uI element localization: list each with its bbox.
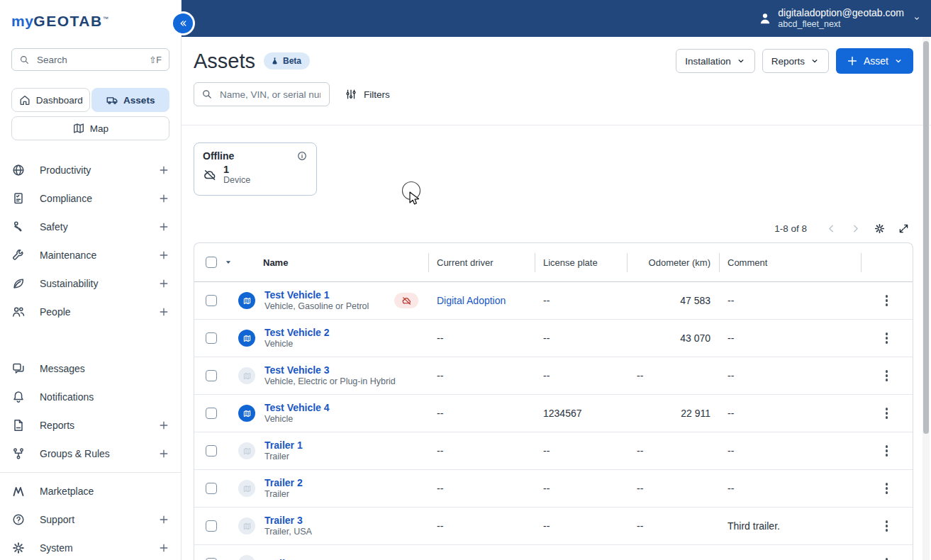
installation-label: Installation <box>685 56 731 67</box>
sidebar-item-compliance[interactable]: Compliance <box>0 184 181 213</box>
row-actions-kebab-menu[interactable] <box>881 554 893 560</box>
map-icon <box>72 122 85 135</box>
asset-name-link[interactable]: Trailer 3 <box>264 515 312 526</box>
logo-trademark: ™ <box>103 16 109 22</box>
expand-plus-icon[interactable] <box>158 278 169 289</box>
asset-search-input[interactable] <box>218 89 322 101</box>
column-header-odometer[interactable]: Odometer (km) <box>627 243 719 281</box>
installation-button[interactable]: Installation <box>676 49 755 73</box>
asset-type-subtitle: Trailer <box>264 452 303 462</box>
row-actions-kebab-menu[interactable] <box>881 403 893 423</box>
filters-button[interactable]: Filters <box>345 88 390 101</box>
expand-plus-icon[interactable] <box>158 306 169 318</box>
sidebar-item-safety[interactable]: Safety <box>0 213 181 241</box>
expand-table-button[interactable] <box>893 218 913 238</box>
offline-card-title: Offline <box>203 150 234 162</box>
sidebar-divider <box>0 472 181 473</box>
expand-plus-icon[interactable] <box>158 448 169 459</box>
asset-map-icon-inactive <box>238 442 255 459</box>
column-header-license[interactable]: License plate <box>535 243 627 281</box>
header-actions: Installation Reports Asset <box>676 48 913 74</box>
select-all-checkbox[interactable] <box>206 257 217 268</box>
sidebar-item-messages[interactable]: Messages <box>0 354 181 383</box>
row-checkbox[interactable] <box>206 520 217 532</box>
row-actions-kebab-menu[interactable] <box>881 478 893 498</box>
double-chevron-left-icon <box>178 18 188 28</box>
current-driver-cell[interactable]: Digital Adoption <box>428 295 535 306</box>
asset-name-link[interactable]: Trailer 2 <box>264 477 303 488</box>
current-driver-cell: -- <box>428 332 535 344</box>
table-header: Name Current driver License plate Odomet… <box>194 243 913 282</box>
sidebar-item-notifications[interactable]: Notifications <box>0 383 181 411</box>
plus-icon <box>846 55 859 67</box>
row-checkbox[interactable] <box>206 445 217 457</box>
sidebar-item-map[interactable]: Map <box>11 116 169 140</box>
license-plate-cell: -- <box>535 295 627 306</box>
row-actions-kebab-menu[interactable] <box>881 291 893 310</box>
sidebar-item-dashboard[interactable]: Dashboard <box>11 88 90 112</box>
sidebar-item-productivity[interactable]: Productivity <box>0 156 181 184</box>
column-header-comment[interactable]: Comment <box>719 243 861 281</box>
expand-plus-icon[interactable] <box>158 514 169 525</box>
person-icon <box>758 11 772 26</box>
sidebar-item-assets[interactable]: Assets <box>91 88 170 112</box>
topbar: digitaladoption@geotab.com abcd_fleet_ne… <box>182 0 931 37</box>
row-actions-kebab-menu[interactable] <box>881 366 893 386</box>
sidebar-collapse-button[interactable] <box>173 13 193 33</box>
asset-name-link[interactable]: Test Vehicle 2 <box>264 327 330 338</box>
row-checkbox[interactable] <box>206 332 217 344</box>
sidebar-search-box[interactable]: ⇧F <box>11 48 169 71</box>
expand-plus-icon[interactable] <box>158 193 169 204</box>
asset-name-link[interactable]: Test Vehicle 1 <box>264 289 369 301</box>
sidebar-item-reports[interactable]: Reports <box>0 411 181 439</box>
map-glyph-icon <box>242 446 252 457</box>
account-menu[interactable]: digitaladoption@geotab.com abcd_fleet_ne… <box>758 7 921 30</box>
previous-page-button[interactable] <box>821 218 841 238</box>
sidebar-item-groups-rules[interactable]: Groups & Rules <box>0 439 181 468</box>
flask-icon <box>270 57 279 66</box>
expand-plus-icon[interactable] <box>158 164 169 176</box>
sidebar-item-support[interactable]: Support <box>0 505 181 534</box>
column-header-name[interactable]: Name <box>235 243 428 281</box>
row-checkbox[interactable] <box>206 370 217 381</box>
document-icon <box>11 418 26 432</box>
license-plate-cell: -- <box>535 520 627 532</box>
row-actions-kebab-menu[interactable] <box>881 516 893 536</box>
asset-name-link[interactable]: Test Vehicle 4 <box>264 402 330 413</box>
expand-plus-icon[interactable] <box>158 542 169 554</box>
row-checkbox[interactable] <box>206 295 217 306</box>
expand-plus-icon[interactable] <box>158 250 169 261</box>
asset-name-link[interactable]: Test Vehicle 3 <box>264 364 396 376</box>
odometer-cell: -- <box>627 445 719 457</box>
asset-name-link[interactable]: Trailer 1 <box>264 439 303 451</box>
search-icon <box>201 89 213 100</box>
row-checkbox[interactable] <box>206 408 217 419</box>
chevron-down-icon <box>893 56 903 66</box>
info-icon[interactable] <box>296 150 308 162</box>
asset-search-box[interactable] <box>194 82 330 106</box>
column-header-actions <box>861 243 913 281</box>
sidebar-search-input[interactable] <box>35 54 143 66</box>
sidebar-item-sustainability[interactable]: Sustainability <box>0 269 181 298</box>
column-header-driver[interactable]: Current driver <box>428 243 535 281</box>
expand-plus-icon[interactable] <box>158 221 169 233</box>
sidebar-item-people[interactable]: People <box>0 298 181 326</box>
beta-badge: Beta <box>264 52 310 69</box>
offline-summary-card[interactable]: Offline 1 Device <box>194 142 317 196</box>
next-page-button[interactable] <box>845 218 865 238</box>
scrollbar-thumb[interactable] <box>923 41 929 434</box>
row-actions-kebab-menu[interactable] <box>881 441 893 461</box>
reports-button[interactable]: Reports <box>762 49 829 73</box>
row-checkbox[interactable] <box>206 483 217 494</box>
table-settings-button[interactable] <box>869 218 889 238</box>
expand-plus-icon[interactable] <box>158 420 169 431</box>
row-actions-kebab-menu[interactable] <box>881 328 893 348</box>
offline-count: 1 <box>223 164 250 175</box>
table-row: Trailer 3Trailer, USA------Third trailer… <box>194 508 913 545</box>
selection-menu-caret-icon[interactable] <box>223 257 233 267</box>
add-asset-button[interactable]: Asset <box>836 48 913 74</box>
sidebar-item-maintenance[interactable]: Maintenance <box>0 241 181 269</box>
sidebar-item-marketplace[interactable]: Marketplace <box>0 477 181 505</box>
sidebar-item-system[interactable]: System <box>0 534 181 560</box>
account-database: abcd_fleet_next <box>778 19 904 30</box>
